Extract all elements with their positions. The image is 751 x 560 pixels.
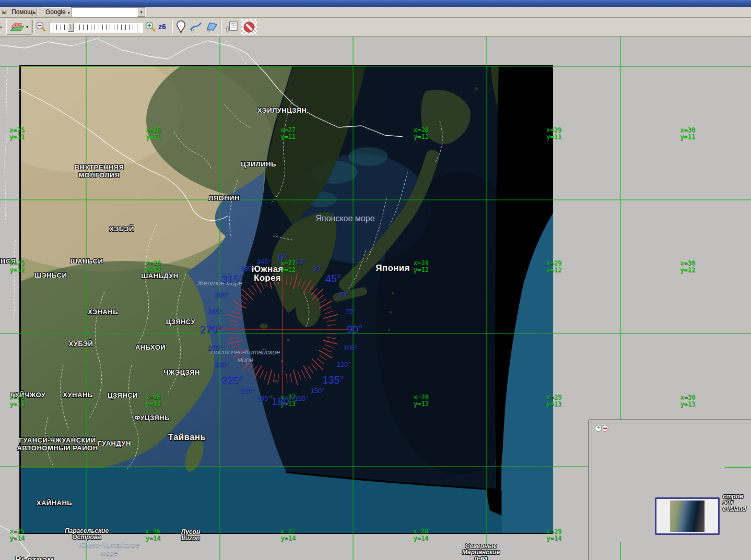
add-placemark-button[interactable] [174,20,187,34]
add-path-button[interactable] [189,20,202,34]
toolbar: ▾ ▾ z6 [0,18,751,37]
scene-preview-image [670,501,705,532]
grid-fragment [620,542,621,560]
zoom-level-label: z6 [158,22,166,31]
layers-map-icon [9,21,25,33]
menu-item-help[interactable]: Помощь [9,8,38,16]
grid-fragment [725,467,751,468]
search-combobox[interactable]: ▼ [71,7,146,17]
map-source-label: Google [45,8,66,16]
overview-map-panel: ✦ ▬ стровэйкe Island [589,420,751,560]
map-source-dropdown[interactable]: Google▾ [42,7,74,17]
menu-item-truncated[interactable]: ы [0,8,9,16]
no-entry-icon [243,21,255,33]
chevron-down-icon: ▾ [68,10,70,15]
scene-preview-thumbnail[interactable] [655,497,720,535]
panel-inner-border [589,423,751,423]
panel-inner-border [592,420,592,560]
menu-separator [36,8,38,16]
menu-bar: ы Помощь Google▾ ▼ [0,7,751,18]
overview-zoom-in-button[interactable]: ✦ [595,425,602,432]
polygon-area-icon [204,20,218,33]
title-bar[interactable] [0,0,751,7]
chevron-down-icon: ▾ [26,25,28,29]
hide-placemarks-button[interactable] [241,19,257,35]
toolbar-separator [220,20,222,33]
placemark-balloon-icon [176,20,186,33]
wake-island-label-line: e Island [723,506,746,512]
search-input[interactable] [72,8,139,16]
overview-zoom-out-button[interactable]: ▬ [602,425,608,432]
chevron-down-icon[interactable]: ▾ [0,25,2,30]
zoom-slider-ticks [53,25,140,30]
zoom-out-button[interactable] [34,20,47,33]
layers-button[interactable]: ▾ [6,19,31,35]
add-polygon-button[interactable] [204,20,218,34]
map-application-window: { "colors":{ "grid_green":"#00b400","til… [0,0,751,560]
zoom-slider-handle[interactable] [68,23,74,32]
zoom-slider[interactable] [50,22,143,33]
map-viewport[interactable]: ХЭЙЛУНЦЗЯНВНУТРЕННЯЯ МОНГОЛИЯЦЗИЛИНЬЛЯОН… [0,0,751,560]
zoom-in-magnifier-icon [145,21,156,32]
placemark-list-icon [224,20,239,33]
satellite-imagery [0,37,553,534]
placemark-manager-button[interactable] [224,20,239,34]
combobox-dropdown-button[interactable]: ▼ [137,8,145,17]
zoom-out-magnifier-icon [35,21,46,32]
toolbar-separator [171,20,173,33]
path-line-icon [189,20,202,33]
zoom-in-button[interactable] [144,20,157,33]
